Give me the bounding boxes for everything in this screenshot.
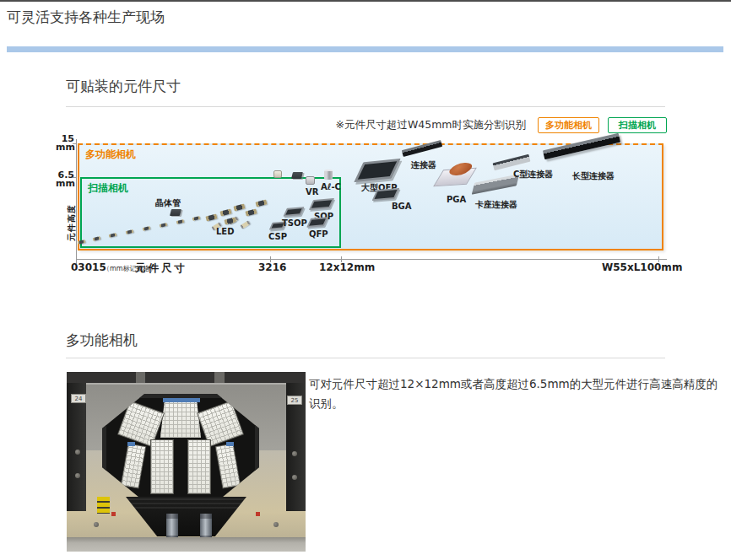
- camera-octagon-ring: [102, 394, 259, 502]
- camera-lower-housing: [126, 497, 246, 536]
- component-glyph-bar-long: [543, 133, 620, 159]
- component-glyph-chip-m: [255, 200, 267, 207]
- note-legend-row: ※元件尺寸超过W45mm时实施分割识别 多功能相机 扫描相机: [66, 116, 667, 133]
- led-panel-side-right: [216, 444, 240, 488]
- component-glyph-chip-s: [160, 223, 168, 228]
- component-label: C型连接器: [513, 170, 553, 179]
- bolt: [75, 450, 80, 455]
- component-glyph-chip-s: [126, 229, 134, 234]
- machine-top-bar: [67, 372, 306, 383]
- component-label: BGA: [392, 202, 412, 211]
- component-glyph-card: [472, 174, 519, 194]
- section-rule: [66, 106, 665, 107]
- section-divider-bar: [7, 46, 723, 52]
- component-glyph-chip-m: [219, 209, 231, 217]
- multifunction-camera-photo: 24 25: [67, 372, 306, 552]
- component-label: LED: [216, 228, 235, 236]
- component-label: Aℓ-C: [321, 183, 341, 191]
- component-glyph-ic: [309, 198, 334, 210]
- component-glyph-chip-s: [78, 240, 86, 245]
- component-glyph-ic-lg: [354, 159, 401, 182]
- steel-bracket-right: [200, 514, 212, 540]
- bolt: [94, 522, 99, 527]
- legend-scan-camera[interactable]: 扫描相机: [608, 117, 667, 133]
- component-glyph-sot: [170, 209, 181, 216]
- split-recognition-note: ※元件尺寸超过W45mm时实施分割识别: [335, 118, 526, 132]
- component-glyph-vr: [306, 176, 315, 185]
- section-title-multifunction-camera: 多功能相机: [66, 331, 138, 350]
- bolt: [292, 451, 297, 456]
- red-indicator-left: [111, 512, 116, 516]
- component-glyph-chip-s: [176, 219, 185, 224]
- component-glyph-ic: [306, 217, 328, 228]
- component-glyph-cconn: [493, 154, 531, 170]
- section-rule: [66, 358, 665, 358]
- component-label: VR: [306, 188, 318, 197]
- machine-base-strip: [67, 537, 306, 552]
- component-glyph-pga: [433, 168, 477, 187]
- component-glyph-chip-m: [245, 209, 257, 217]
- led-panel-top-center: [160, 401, 201, 438]
- component-glyph-chip-s: [93, 236, 101, 241]
- component-glyph-chip-m: [233, 204, 245, 212]
- component-label: PGA: [447, 196, 466, 204]
- bolt: [292, 475, 297, 480]
- led-panel-bottom-right: [188, 440, 210, 493]
- component-glyph-alc: [324, 170, 333, 180]
- component-glyph-trim: [273, 170, 282, 178]
- red-indicator-right: [256, 512, 260, 516]
- component-glyph-sot: [291, 172, 303, 179]
- slot-tag-25: 25: [287, 396, 302, 405]
- page-top-border: [0, 0, 731, 2]
- led-panel-bottom-left: [151, 440, 173, 493]
- component-glyph-chip-s: [143, 226, 151, 231]
- blue-tape-left: [127, 442, 135, 446]
- steel-bracket-left: [166, 514, 178, 540]
- blue-tape-right: [226, 442, 234, 446]
- component-glyph-chip-s: [192, 216, 201, 221]
- component-label: 晶体管: [155, 199, 181, 207]
- camera-description: 可对元件尺寸超过12×12mm或者高度超过6.5mm的大型元件进行高速高精度的识…: [309, 374, 728, 412]
- slot-tag-24: 24: [71, 394, 86, 403]
- blue-tape-top: [163, 398, 200, 402]
- led-panel-side-left: [122, 444, 145, 488]
- component-glyph-ic: [372, 188, 400, 201]
- component-label: 长型连接器: [572, 172, 615, 180]
- component-size-diagram: 多功能相机 扫描相机 15 mm 6.5 mm 元件高度 03015 （mm标记…: [66, 135, 667, 278]
- component-label: QFP: [309, 230, 328, 239]
- component-glyph-chip-s: [109, 233, 117, 238]
- warning-sticker: [97, 497, 110, 514]
- components-layer: 晶体管LEDCSPTSOPSOPQFPVRAℓ-C连接器大型QFPBGAPGA卡…: [66, 135, 667, 278]
- component-label: TSOP: [282, 219, 307, 228]
- component-label: 卡座连接器: [475, 201, 517, 209]
- bolt: [273, 522, 279, 527]
- bolt: [75, 473, 80, 478]
- component-label: CSP: [268, 233, 287, 241]
- component-glyph-chip-y: [241, 220, 251, 229]
- component-label: 连接器: [411, 161, 436, 170]
- component-glyph-bar: [402, 140, 442, 157]
- component-glyph-chip-m: [205, 214, 217, 222]
- component-glyph-ic: [283, 207, 304, 217]
- section-title-component-sizes: 可贴装的元件尺寸: [66, 77, 181, 96]
- page-title: 可灵活支持各种生产现场: [7, 8, 165, 27]
- legend-multifunction-camera[interactable]: 多功能相机: [538, 117, 599, 133]
